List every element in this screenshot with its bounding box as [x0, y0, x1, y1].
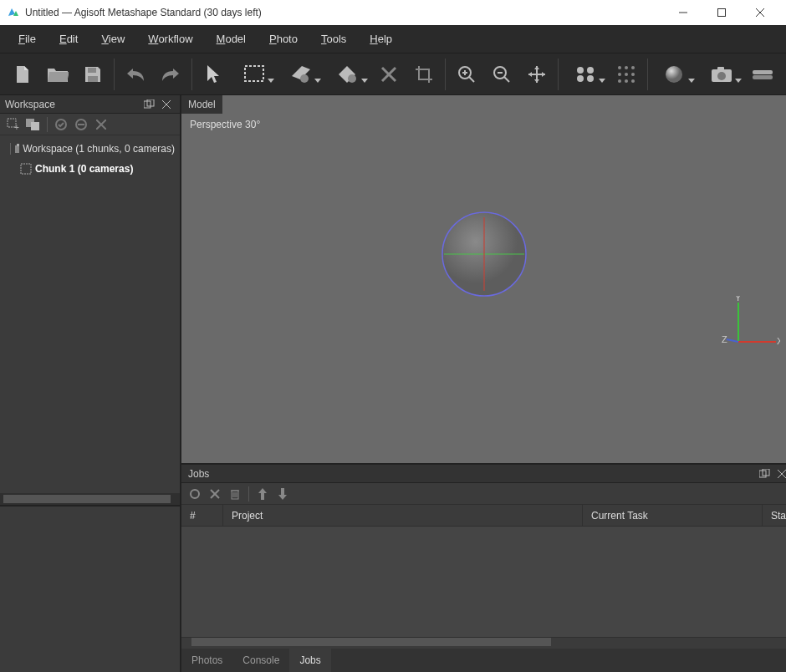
move-object-tool-icon[interactable]	[326, 59, 370, 90]
svg-rect-56	[21, 164, 31, 174]
zoom-out-icon[interactable]	[486, 59, 518, 90]
tab-jobs[interactable]: Jobs	[289, 649, 330, 672]
app-icon	[7, 6, 20, 19]
enable-item-icon[interactable]	[51, 115, 71, 134]
svg-point-25	[625, 66, 628, 69]
svg-point-30	[618, 79, 621, 83]
add-chunk-icon[interactable]: +	[3, 115, 23, 134]
chunk-icon	[20, 163, 32, 175]
svg-rect-6	[245, 66, 263, 81]
bottom-tabs: Photos Console Jobs	[181, 649, 786, 672]
close-button[interactable]	[741, 0, 779, 25]
jobs-col-task[interactable]: Current Task	[583, 505, 763, 526]
svg-text:+: +	[14, 123, 19, 131]
add-photos-icon[interactable]	[23, 115, 43, 134]
svg-text:Z: Z	[722, 334, 727, 344]
svg-point-33	[666, 66, 682, 83]
model-viewport[interactable]: Model Perspective 30° Y X Z	[181, 95, 786, 463]
jobs-body	[181, 527, 786, 637]
tree-chunk-row[interactable]: Chunk 1 (0 cameras)	[3, 159, 176, 179]
menu-help[interactable]: Help	[358, 28, 404, 50]
capture-view-icon[interactable]	[700, 59, 743, 90]
svg-line-12	[469, 77, 474, 82]
save-icon[interactable]	[77, 59, 109, 90]
svg-point-26	[631, 66, 635, 69]
menu-workflow[interactable]: Workflow	[136, 28, 204, 50]
job-move-down-icon[interactable]	[273, 485, 293, 503]
reset-view-icon[interactable]	[521, 59, 553, 90]
jobs-col-project[interactable]: Project	[223, 505, 583, 526]
svg-rect-1	[718, 9, 726, 17]
remove-item-icon[interactable]	[91, 115, 111, 134]
new-document-icon[interactable]	[7, 59, 38, 90]
job-move-up-icon[interactable]	[253, 485, 273, 503]
jobs-column-header: # Project Current Task Stat	[181, 505, 786, 527]
svg-point-23	[587, 75, 594, 82]
menu-model[interactable]: Model	[205, 28, 258, 50]
show-stacked-icon[interactable]	[747, 59, 778, 90]
tree-root-label: Workspace (1 chunks, 0 cameras)	[23, 143, 175, 155]
undo-icon[interactable]	[120, 59, 151, 90]
menu-view[interactable]: View	[89, 28, 136, 50]
jobs-hscroll[interactable]	[181, 637, 786, 649]
svg-rect-35	[717, 67, 724, 71]
panel-close-icon[interactable]	[158, 97, 175, 112]
main-toolbar	[0, 53, 786, 95]
job-delete-icon[interactable]	[225, 485, 245, 503]
pointer-tool-icon[interactable]	[197, 59, 229, 90]
shaded-model-icon[interactable]	[653, 59, 697, 90]
open-folder-icon[interactable]	[42, 59, 74, 90]
svg-line-16	[504, 77, 509, 82]
workspace-toolbar: +	[0, 114, 180, 135]
menu-file[interactable]: File	[7, 28, 48, 50]
menu-photo[interactable]: Photo	[258, 28, 309, 50]
svg-point-22	[577, 75, 584, 82]
minimize-button[interactable]	[664, 0, 702, 25]
menu-edit[interactable]: Edit	[48, 28, 89, 50]
svg-rect-46	[31, 122, 39, 130]
maximize-button[interactable]	[702, 0, 741, 25]
svg-point-32	[631, 79, 635, 83]
rect-select-tool-icon[interactable]	[232, 59, 276, 90]
jobs-col-status[interactable]: Stat	[763, 505, 786, 526]
crop-icon[interactable]	[408, 59, 440, 90]
show-cameras-icon[interactable]	[564, 59, 607, 90]
svg-point-29	[631, 73, 635, 76]
zoom-in-icon[interactable]	[451, 59, 482, 90]
delete-selection-icon[interactable]	[373, 59, 405, 90]
svg-point-8	[348, 74, 356, 83]
viewport-title: Model	[181, 95, 222, 114]
workspace-panel-header: Workspace	[0, 95, 180, 114]
job-cancel-icon[interactable]	[205, 485, 225, 503]
svg-rect-37	[753, 75, 773, 79]
projection-label: Perspective 30°	[190, 119, 260, 130]
move-region-tool-icon[interactable]	[279, 59, 323, 90]
svg-point-7	[300, 74, 309, 83]
tree-branch-icon	[5, 143, 11, 155]
panel-float-icon[interactable]	[141, 97, 158, 112]
job-record-icon[interactable]	[185, 485, 205, 503]
show-grid-dots-icon[interactable]	[610, 59, 642, 90]
jobs-title: Jobs	[188, 468, 209, 480]
tab-console[interactable]: Console	[232, 649, 289, 672]
menu-bar: File Edit View Workflow Model Photo Tool…	[0, 25, 786, 53]
svg-rect-5	[88, 76, 98, 82]
tab-photos[interactable]: Photos	[181, 649, 232, 672]
jobs-close-icon[interactable]	[773, 470, 786, 478]
menu-tools[interactable]: Tools	[309, 28, 358, 50]
jobs-float-icon[interactable]	[757, 469, 773, 479]
disable-item-icon[interactable]	[71, 115, 91, 134]
title-bar: Untitled — Agisoft Metashape Standard (3…	[0, 0, 786, 25]
tree-root-row[interactable]: Workspace (1 chunks, 0 cameras)	[3, 139, 176, 159]
svg-rect-55	[17, 144, 20, 146]
svg-line-62	[727, 339, 738, 342]
svg-rect-4	[88, 68, 96, 73]
svg-text:X: X	[777, 336, 780, 346]
tree-chunk-label: Chunk 1 (0 cameras)	[35, 163, 133, 175]
workspace-hscroll[interactable]	[0, 493, 180, 505]
svg-point-36	[717, 72, 726, 80]
jobs-col-num[interactable]: #	[181, 505, 223, 526]
redo-icon[interactable]	[155, 59, 186, 90]
svg-rect-38	[753, 70, 773, 74]
workspace-empty-lower	[0, 505, 180, 672]
